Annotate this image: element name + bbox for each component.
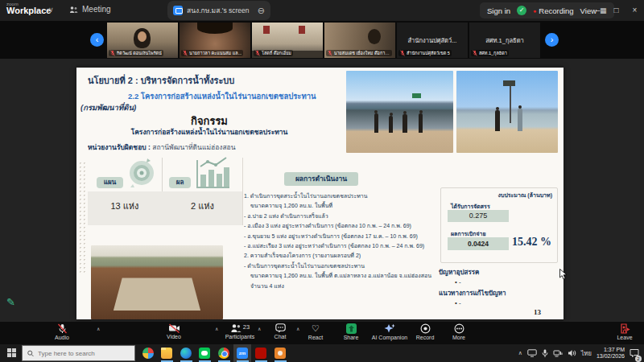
budget-panel: งบประมาณ (ล้านบาท) ได้รับการจัดสรร 0.275… <box>440 187 558 263</box>
tab-shared-screen[interactable]: สนง.กษ.มส.'s screen ⊖ <box>167 1 270 20</box>
muted-mic-icon <box>328 50 332 56</box>
running-app-indicator <box>199 360 211 362</box>
heart-icon: ♡ <box>312 323 320 334</box>
plan-value: 13 แห่ง <box>88 199 162 213</box>
participants-icon <box>230 323 242 333</box>
search-input[interactable] <box>38 350 130 357</box>
meeting-toolbar: Audio ∧ Video ∧ 23 Participants ∧ Chat ∧… <box>0 322 644 344</box>
start-button[interactable] <box>7 348 17 358</box>
more-button[interactable]: More <box>435 323 483 340</box>
muted-mic-icon <box>473 50 477 56</box>
performance-line: 1. ดำเนินการขุดสระน้ำในไร่นานอกเขตชลประท… <box>244 191 445 201</box>
file-explorer-icon[interactable] <box>161 348 172 359</box>
running-app-indicator <box>237 360 249 362</box>
taskbar-clock[interactable]: 1:37 PM 13/02/2026 <box>597 347 625 360</box>
next-participants-button[interactable]: › <box>545 33 559 47</box>
divider <box>242 158 243 225</box>
excavated-pond-photo <box>91 245 223 319</box>
security-check-icon[interactable]: ✓ <box>517 6 526 15</box>
spent-percent: 15.42 % <box>512 236 551 249</box>
audio-options-chevron[interactable]: ∧ <box>97 326 100 331</box>
participant-tile[interactable]: โสตถิ์ ต๊อกเอี่ยม <box>252 23 323 58</box>
running-app-indicator <box>161 360 173 362</box>
chrome-browser-icon[interactable] <box>218 348 229 359</box>
site-photo-group-pond <box>346 71 453 153</box>
performance-line: - อ.ขุนยวม 5 แห่ง อยู่ระหว่างดำเนินการ (… <box>244 232 445 241</box>
participant-tile[interactable]: นายสมเดช เยื่องใหม่ ต๊อกาโชติ <box>324 23 395 58</box>
target-icon <box>125 154 159 189</box>
performance-line: ขนาดความจุ 1,260 ลบ.ม. ในพื้นที่ <box>244 201 445 211</box>
network-icon[interactable] <box>553 349 563 357</box>
previous-participants-button[interactable]: ‹ <box>90 33 104 47</box>
stop-share-icon[interactable]: ⊖ <box>258 6 265 16</box>
maximize-button[interactable]: □ <box>607 0 625 21</box>
more-ellipsis-icon <box>454 323 464 334</box>
participant-tile[interactable]: กิตวัฒน์ ดอนเงินไพรัตน์ <box>107 23 178 58</box>
running-app-indicator <box>255 360 267 362</box>
search-icon <box>27 350 34 357</box>
tray-time: 1:37 PM <box>597 347 625 353</box>
taskbar-search[interactable] <box>22 345 135 361</box>
problems-header: ปัญหาอุปสรรค <box>439 267 479 278</box>
share-screen-icon <box>346 323 357 334</box>
notification-center-button[interactable]: 2 <box>630 346 639 360</box>
edge-browser-icon[interactable] <box>180 348 192 359</box>
solutions-value: • - <box>455 299 461 306</box>
meeting-tab-label: Meeting <box>82 5 111 14</box>
performance-line: - ดำเนินการขุดสระน้ำในไร่นานอกเขตชลประทา… <box>244 261 445 271</box>
minimize-button[interactable]: – <box>588 0 607 21</box>
muted-mic-icon <box>400 50 405 56</box>
tray-mic-icon[interactable] <box>542 349 548 358</box>
slide-project-agency: (กรมพัฒนาที่ดิน) <box>80 101 136 113</box>
performance-line: ขนาดความจุ 1,260 ลบ.ม. ในพื้นที่ ต.แม่ลา… <box>244 271 445 281</box>
windows-taskbar: zm ∧ ไทย 1:37 PM 13/02/2026 2 <box>0 344 644 362</box>
recording-dot-icon: ● <box>533 8 536 14</box>
muted-mic-icon <box>110 50 115 56</box>
participant-tile[interactable]: สศท.1_กุลธิดา สศท.1_กุลธิดา <box>469 23 540 58</box>
result-value: 2 แห่ง <box>163 199 242 213</box>
participant-name-label: โสตถิ์ ต๊อกเอี่ยม <box>254 50 293 56</box>
performance-details: 1. ดำเนินการขุดสระน้ำในไร่นานอกเขตชลประท… <box>244 191 445 291</box>
sign-in-button[interactable]: Sign in <box>487 6 510 15</box>
speaker-icon[interactable] <box>568 349 576 357</box>
running-app-indicator <box>180 360 192 362</box>
shared-screen-area: ✎ นโยบายที่ 2 : บริหารจัดการน้ำทั้งระบบ … <box>0 59 644 322</box>
agency-value: สถานีพัฒนาที่ดินแม่ฮ่องสอน <box>151 143 236 151</box>
site-photo-sign-pond <box>456 71 558 153</box>
leave-button[interactable]: Leave <box>601 323 644 340</box>
leave-door-icon <box>620 323 630 334</box>
slide-project-title: 2.2 โครงการก่อสร้างแหล่งน้ำในไร่นานอกเขต… <box>128 90 316 102</box>
camera-muted-icon <box>168 323 180 333</box>
participant-name-label: สำนักงานปศุสัตว์เขต 5 <box>398 50 452 56</box>
video-button[interactable]: Video <box>150 323 198 339</box>
slide-page-number: 13 <box>534 308 541 316</box>
meeting-people-icon <box>69 6 78 14</box>
slide-activity-name: โครงการก่อสร้างแหล่งน้ำในไร่นานอกเขตชลปร… <box>76 126 342 138</box>
close-button[interactable]: × <box>625 0 644 21</box>
budget-header: งบประมาณ (ล้านบาท) <box>498 191 552 200</box>
tray-date: 13/02/2026 <box>597 353 625 360</box>
tray-expand-chevron-icon[interactable]: ∧ <box>518 350 522 356</box>
running-app-indicator <box>275 360 287 362</box>
language-indicator[interactable]: ไทย <box>581 348 592 358</box>
performance-line: 2. ความสำเร็จของโครงการ (รายงานผลรอบที่ … <box>244 251 445 261</box>
participant-tile[interactable]: นายถ่าวลา คะแนนสม แล... <box>180 23 250 58</box>
line-app-icon[interactable] <box>199 348 210 359</box>
performance-line: - อ.เมือง 3 แห่ง อยู่ระหว่างดำเนินการ (ข… <box>244 221 445 231</box>
system-tray: ∧ ไทย 1:37 PM 13/02/2026 2 <box>518 344 644 362</box>
display-icon[interactable] <box>527 349 537 357</box>
logo-chevron-down-icon[interactable]: ∨ <box>48 6 54 14</box>
participant-tile[interactable]: สำนักงานปศุสัตว์... สำนักงานปศุสัตว์เขต … <box>397 23 468 58</box>
annotation-pencil-icon[interactable]: ✎ <box>6 296 15 308</box>
pdf-reader-icon[interactable] <box>255 348 266 359</box>
photos-app-icon[interactable] <box>275 348 286 359</box>
slide-agency-line: หน่วยงานรับผิดชอบ : สถานีพัฒนาที่ดินแม่ฮ… <box>88 142 236 153</box>
audio-button[interactable]: Audio <box>38 323 86 340</box>
mouse-cursor <box>559 269 568 280</box>
tab-meeting[interactable]: Meeting <box>69 5 111 14</box>
participants-count: 23 <box>243 323 250 331</box>
problems-value: • - <box>455 278 461 286</box>
news-widget-icon[interactable] <box>142 348 154 359</box>
zoom-app-icon[interactable]: zm <box>237 348 248 359</box>
plan-badge: แผน <box>97 177 123 188</box>
